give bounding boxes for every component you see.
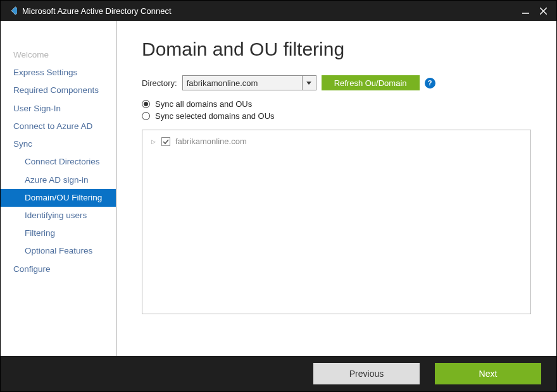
sidebar-item[interactable]: Required Components [1,82,116,99]
tree-checkbox[interactable] [161,137,170,146]
radio-label: Sync selected domains and OUs [155,111,275,121]
azure-logo-icon [6,5,17,16]
main-body: WelcomeExpress SettingsRequired Componen… [1,21,556,356]
svg-marker-5 [306,82,311,85]
window-controls [521,6,551,15]
minimize-button[interactable] [521,6,530,15]
dropdown-caret-icon[interactable] [302,76,316,90]
directory-label: Directory: [142,78,177,88]
close-button[interactable] [539,6,548,15]
sidebar-item[interactable]: Domain/OU Filtering [1,189,116,207]
window-title: Microsoft Azure Active Directory Connect [22,6,521,16]
domain-tree: ▷ fabrikamonline.com [142,130,531,314]
titlebar: Microsoft Azure Active Directory Connect [1,1,556,21]
next-button[interactable]: Next [435,363,541,384]
radio-icon [142,112,150,120]
sidebar-item: Welcome [1,46,116,64]
sidebar-item[interactable]: Sync [1,135,116,153]
sidebar-item[interactable]: Optional Features [1,242,116,260]
directory-select[interactable]: fabrikamonline.com [182,75,316,90]
sidebar-item[interactable]: Connect to Azure AD [1,118,116,135]
sidebar-item[interactable]: Configure [1,260,116,278]
radio-sync-all[interactable]: Sync all domains and OUs [142,99,531,109]
sidebar-item[interactable]: User Sign-In [1,100,116,118]
directory-row: Directory: fabrikamonline.com Refresh Ou… [142,75,531,90]
sidebar-item[interactable]: Filtering [1,224,116,242]
refresh-ou-domain-button[interactable]: Refresh Ou/Domain [322,75,420,90]
help-icon[interactable]: ? [425,78,435,89]
wizard-sidebar: WelcomeExpress SettingsRequired Componen… [1,21,116,356]
radio-label: Sync all domains and OUs [155,99,252,109]
radio-icon [142,100,150,108]
sidebar-item[interactable]: Identifying users [1,207,116,224]
tree-expand-icon[interactable]: ▷ [150,138,156,145]
tree-root-row[interactable]: ▷ fabrikamonline.com [150,137,523,146]
directory-select-value: fabrikamonline.com [183,76,302,90]
previous-button[interactable]: Previous [313,363,420,384]
sidebar-item[interactable]: Express Settings [1,64,116,82]
tree-root-label: fabrikamonline.com [175,137,247,146]
wizard-footer: Previous Next [1,356,556,391]
content-pane: Domain and OU filtering Directory: fabri… [116,21,556,356]
sidebar-item[interactable]: Azure AD sign-in [1,171,116,189]
page-title: Domain and OU filtering [142,39,531,60]
sidebar-item[interactable]: Connect Directories [1,153,116,171]
radio-sync-selected[interactable]: Sync selected domains and OUs [142,111,531,121]
